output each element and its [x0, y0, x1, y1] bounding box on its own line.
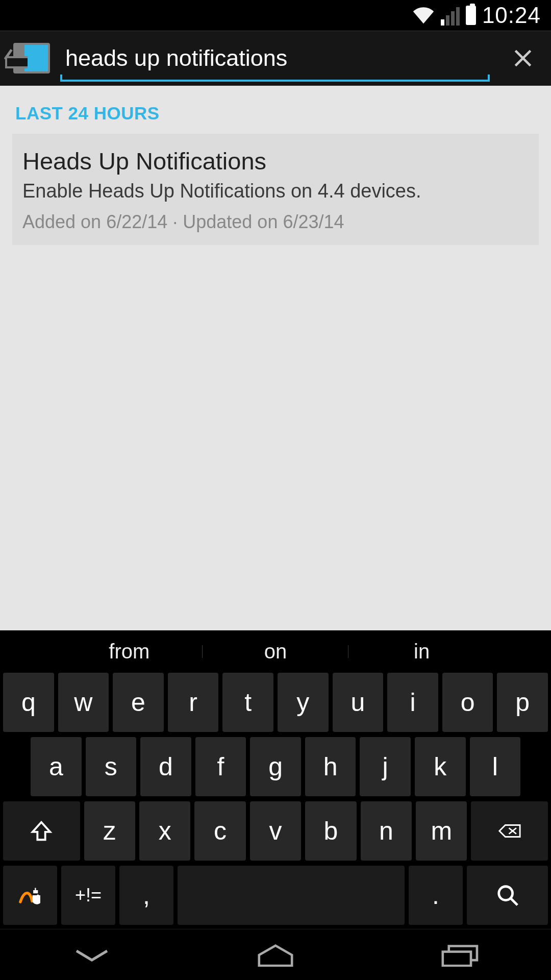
cell-signal-icon: [441, 5, 460, 26]
key-space[interactable]: [178, 866, 405, 925]
search-input[interactable]: [60, 35, 490, 82]
result-title: Heads Up Notifications: [22, 147, 529, 175]
search-field-container: [60, 35, 490, 82]
results-area: LAST 24 HOURS Heads Up Notifications Ena…: [0, 86, 551, 630]
back-button[interactable]: [0, 43, 50, 74]
key-v[interactable]: v: [250, 801, 301, 861]
system-nav-bar: [0, 929, 551, 980]
key-backspace[interactable]: [471, 801, 548, 861]
key-k[interactable]: k: [415, 737, 466, 796]
key-n[interactable]: n: [361, 801, 412, 861]
key-q[interactable]: q: [3, 673, 54, 732]
key-row-4: +!= , .: [3, 866, 548, 925]
svg-point-1: [498, 887, 512, 900]
key-s[interactable]: s: [86, 737, 137, 796]
status-bar: 10:24: [0, 0, 551, 31]
key-m[interactable]: m: [416, 801, 467, 861]
result-item[interactable]: Heads Up Notifications Enable Heads Up N…: [12, 134, 539, 245]
key-o[interactable]: o: [442, 673, 493, 732]
chevron-down-icon: [66, 943, 117, 967]
key-r[interactable]: r: [168, 673, 219, 732]
key-row-2: a s d f g h j k l: [3, 737, 548, 796]
key-comma[interactable]: ,: [119, 866, 173, 925]
key-row-1: q w e r t y u i o p: [3, 673, 548, 732]
key-e[interactable]: e: [113, 673, 164, 732]
key-g[interactable]: g: [250, 737, 301, 796]
key-p[interactable]: p: [497, 673, 548, 732]
key-d[interactable]: d: [140, 737, 191, 796]
section-header: LAST 24 HOURS: [0, 90, 551, 134]
key-y[interactable]: y: [278, 673, 329, 732]
key-c[interactable]: c: [194, 801, 245, 861]
key-shift[interactable]: [3, 801, 80, 861]
key-x[interactable]: x: [139, 801, 190, 861]
key-symbols[interactable]: +!=: [61, 866, 115, 925]
result-description: Enable Heads Up Notifications on 4.4 dev…: [22, 180, 529, 202]
soft-keyboard: from on in q w e r t y u i o p a s d f g…: [0, 630, 551, 929]
status-time: 10:24: [482, 3, 541, 28]
xposed-app-icon: [13, 43, 50, 74]
key-row-3: z x c v b n m: [3, 801, 548, 861]
svg-point-0: [37, 894, 39, 897]
key-swype[interactable]: [3, 866, 57, 925]
wifi-icon: [412, 4, 435, 27]
key-u[interactable]: u: [333, 673, 384, 732]
key-t[interactable]: t: [222, 673, 273, 732]
key-j[interactable]: j: [360, 737, 411, 796]
close-icon: [512, 47, 534, 69]
key-search[interactable]: [467, 866, 548, 925]
suggestion[interactable]: in: [348, 640, 495, 663]
key-b[interactable]: b: [305, 801, 356, 861]
key-period[interactable]: .: [409, 866, 463, 925]
key-a[interactable]: a: [31, 737, 82, 796]
svg-line-2: [510, 898, 517, 905]
result-meta: Added on 6/22/14 · Updated on 6/23/14: [22, 211, 529, 233]
input-underline: [60, 80, 490, 82]
nav-back-button[interactable]: [51, 940, 133, 970]
key-f[interactable]: f: [195, 737, 246, 796]
nav-home-button[interactable]: [235, 940, 316, 970]
battery-icon: [466, 6, 476, 25]
key-z[interactable]: z: [84, 801, 135, 861]
home-icon: [250, 943, 301, 967]
search-icon: [496, 884, 519, 907]
shift-icon: [30, 819, 53, 843]
suggestion-bar: from on in: [0, 630, 551, 673]
suggestion[interactable]: on: [203, 640, 349, 663]
swype-icon: [18, 884, 42, 907]
action-bar: [0, 31, 551, 86]
key-h[interactable]: h: [305, 737, 356, 796]
nav-recents-button[interactable]: [418, 940, 500, 970]
key-w[interactable]: w: [58, 673, 109, 732]
svg-rect-3: [443, 951, 471, 966]
recents-icon: [434, 943, 485, 967]
backspace-icon: [498, 819, 521, 843]
clear-search-button[interactable]: [505, 40, 541, 76]
suggestion[interactable]: from: [56, 640, 203, 663]
key-i[interactable]: i: [387, 673, 438, 732]
key-l[interactable]: l: [470, 737, 521, 796]
